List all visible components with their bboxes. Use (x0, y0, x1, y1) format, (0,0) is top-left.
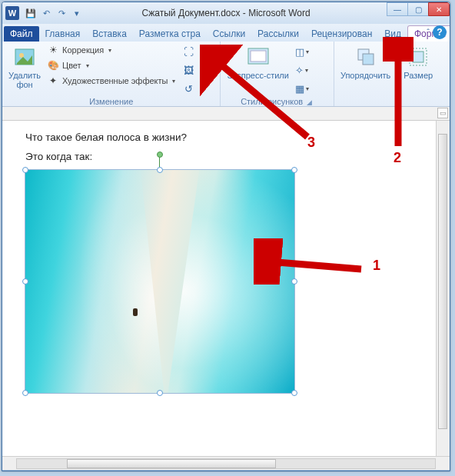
resize-handle-tr[interactable] (291, 167, 297, 173)
resize-handle-tm[interactable] (157, 167, 163, 173)
doc-paragraph-2[interactable]: Это когда так: (25, 151, 427, 162)
selected-image[interactable] (25, 170, 294, 393)
dialog-launcher-icon[interactable]: ◢ (305, 98, 314, 106)
group-styles-label: Стили рисунков ◢ (225, 97, 328, 108)
group-size: Размер (397, 42, 439, 106)
tab-home[interactable]: Главная (39, 26, 87, 42)
artistic-label: Художественные эффекты (62, 76, 168, 85)
group-styles: Экспресс-стили ◫▾ ✧▾ ▦▾ Стили рисунков ◢ (221, 42, 334, 106)
close-button[interactable]: ✕ (428, 2, 450, 16)
tab-file[interactable]: Файл (4, 26, 39, 42)
hscroll-track[interactable] (16, 458, 436, 469)
picture-effects-button[interactable]: ✧▾ (294, 62, 311, 78)
arrange-label: Упорядочить (340, 71, 390, 80)
hscroll-thumb[interactable] (67, 459, 276, 468)
picture-styles-button[interactable]: Экспресс-стили (225, 43, 290, 82)
artistic-effects-button[interactable]: ✦ Художественные эффекты▾ (45, 74, 177, 88)
scrollbar-thumb[interactable] (438, 134, 447, 429)
resize-handle-mr[interactable] (291, 278, 297, 285)
tab-pagelayout[interactable]: Разметка стра (133, 26, 207, 42)
window-title: Сжатый Документ.docx - Microsoft Word (141, 8, 310, 18)
minimize-ribbon-icon[interactable]: ˆ (427, 28, 430, 37)
ribbon: Удалить фон ☀ Коррекция▾ 🎨 Цвет▾ ✦ Худож… (2, 42, 450, 107)
tab-mailings[interactable]: Рассылки (251, 26, 305, 42)
picture-layout-button[interactable]: ▦▾ (294, 80, 311, 97)
resize-handle-br[interactable] (291, 390, 297, 396)
resize-handle-tl[interactable] (22, 167, 28, 173)
horizontal-scrollbar[interactable] (2, 456, 450, 470)
document-content[interactable]: Что такое белая полоса в жизни? Это когд… (2, 121, 450, 404)
corrections-label: Коррекция (62, 45, 104, 55)
minimize-button[interactable]: ― (387, 2, 408, 16)
doc-paragraph-1[interactable]: Что такое белая полоса в жизни? (25, 131, 427, 143)
person-figure (133, 308, 138, 316)
statusbar: Страница: 1 из 1 Число слов: 9 ✔ ▤ ▦ ▥ ≡… (2, 470, 450, 471)
rotate-connector (159, 157, 160, 168)
vertical-scrollbar[interactable] (436, 121, 450, 456)
arrange-button[interactable]: Упорядочить (339, 43, 392, 82)
quick-access-toolbar: 💾 ↶ ↷ ▾ (24, 6, 84, 20)
word-app-icon: W (5, 6, 19, 20)
horizontal-ruler[interactable]: ▭ (2, 107, 450, 121)
compress-icon: ⛶ (184, 46, 194, 58)
artistic-icon: ✦ (47, 75, 59, 87)
redo-icon[interactable]: ↷ (55, 6, 68, 20)
picture-styles-label: Экспресс-стили (227, 71, 288, 80)
group-arrange: Упорядочить (334, 42, 397, 106)
color-icon: 🎨 (47, 59, 59, 72)
picture-border-button[interactable]: ◫▾ (294, 43, 311, 60)
window-controls: ― ▢ ✕ (387, 2, 450, 16)
svg-point-1 (19, 53, 24, 58)
corrections-icon: ☀ (47, 44, 59, 56)
remove-background-button[interactable]: Удалить фон (7, 43, 42, 91)
group-adjust-label: Изменение (7, 97, 215, 108)
maximize-button[interactable]: ▢ (407, 2, 429, 16)
titlebar: W 💾 ↶ ↷ ▾ Сжатый Документ.docx - Microso… (2, 2, 450, 24)
tab-view[interactable]: Вид (378, 26, 407, 42)
compress-pictures-button[interactable]: ⛶ (180, 43, 197, 60)
resize-handle-ml[interactable] (22, 278, 28, 285)
svg-rect-7 (413, 52, 423, 62)
document-area: Что такое белая полоса в жизни? Это когд… (2, 121, 450, 456)
resize-handle-bl[interactable] (22, 390, 28, 396)
color-label: Цвет (62, 61, 81, 70)
size-label: Размер (404, 71, 433, 80)
reset-picture-button[interactable]: ↺ (180, 80, 197, 97)
tab-insert[interactable]: Вставка (86, 26, 133, 42)
change-picture-icon: 🖼 (184, 65, 194, 76)
group-adjust: Удалить фон ☀ Коррекция▾ 🎨 Цвет▾ ✦ Худож… (2, 42, 221, 106)
remove-background-icon (12, 45, 37, 69)
remove-background-label: Удалить фон (8, 71, 41, 89)
arrange-icon (354, 45, 378, 69)
reset-icon: ↺ (184, 83, 193, 95)
beach-image (25, 170, 294, 393)
undo-icon[interactable]: ↶ (39, 6, 53, 20)
save-icon[interactable]: 💾 (24, 6, 38, 20)
ribbon-tabs: Файл Главная Вставка Разметка стра Ссылк… (2, 24, 450, 42)
size-button[interactable]: Размер (402, 43, 434, 82)
color-button[interactable]: 🎨 Цвет▾ (45, 58, 177, 72)
tab-review[interactable]: Рецензирован (305, 26, 378, 42)
picture-styles-icon (246, 45, 271, 69)
svg-rect-5 (363, 54, 374, 65)
corrections-button[interactable]: ☀ Коррекция▾ (45, 43, 177, 57)
app-window: W 💾 ↶ ↷ ▾ Сжатый Документ.docx - Microso… (2, 2, 450, 471)
rotate-handle[interactable] (157, 151, 163, 158)
tab-references[interactable]: Ссылки (207, 26, 251, 42)
change-picture-button[interactable]: 🖼 (180, 62, 197, 78)
ruler-toggle-icon[interactable]: ▭ (437, 108, 448, 118)
qat-dropdown-icon[interactable]: ▾ (70, 6, 84, 20)
size-icon (406, 45, 430, 69)
resize-handle-bm[interactable] (157, 390, 163, 396)
svg-rect-3 (251, 51, 266, 62)
help-icon[interactable]: ? (433, 25, 447, 39)
